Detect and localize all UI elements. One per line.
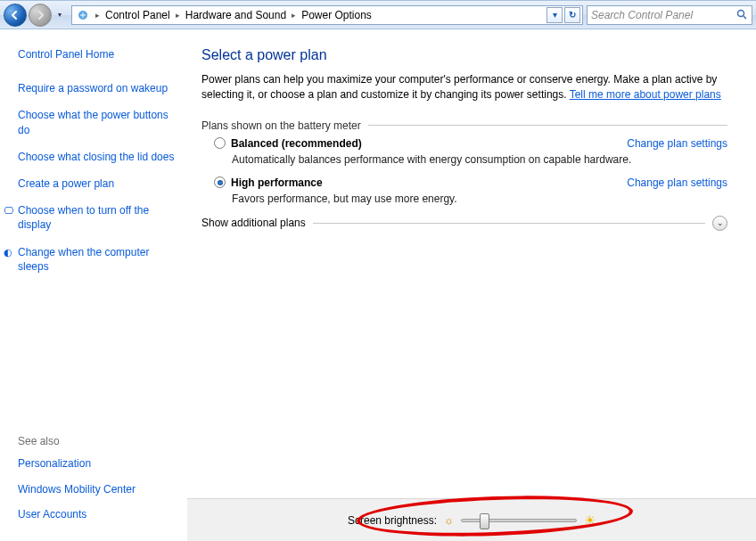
brightness-high-icon: ☀ (584, 512, 596, 529)
brightness-slider[interactable] (461, 519, 577, 522)
bottom-bar: Screen brightness: ☼ ☀ (187, 498, 756, 541)
sidebar-link[interactable]: 🖵 Choose when to turn off the display (18, 203, 177, 232)
plan-description: Automatically balances performance with … (232, 153, 727, 166)
see-also-link[interactable]: Personalization (18, 456, 177, 471)
svg-line-2 (744, 16, 746, 19)
power-plan-option: Balanced (recommended) Change plan setti… (214, 137, 727, 166)
change-plan-settings-link[interactable]: Change plan settings (627, 137, 727, 150)
plan-name: Balanced (recommended) (231, 137, 362, 150)
sidebar: Control Panel Home Require a password on… (0, 29, 187, 541)
forward-button[interactable] (29, 4, 52, 27)
show-additional-plans[interactable]: Show additional plans ⌄ (201, 216, 727, 231)
sidebar-link[interactable]: Choose what the power buttons do (18, 108, 177, 136)
chevron-right-icon: ▸ (290, 11, 298, 20)
slider-thumb[interactable] (480, 513, 489, 529)
back-button[interactable] (4, 4, 27, 27)
chevron-right-icon: ▸ (174, 11, 182, 20)
sidebar-link[interactable]: ◐ Change when the computer sleeps (18, 245, 177, 274)
chevron-right-icon: ▸ (94, 11, 102, 20)
search-input[interactable]: Search Control Panel (587, 5, 752, 25)
search-placeholder: Search Control Panel (591, 9, 693, 21)
chevron-down-icon[interactable]: ⌄ (712, 216, 727, 231)
tell-me-more-link[interactable]: Tell me more about power plans (570, 88, 721, 101)
window: ▾ ▸ Control Panel ▸ Hardware and Sound ▸… (0, 0, 756, 541)
page-title: Select a power plan (201, 47, 727, 63)
navigation-bar: ▾ ▸ Control Panel ▸ Hardware and Sound ▸… (0, 1, 756, 29)
search-icon (736, 9, 748, 20)
power-plan-option: High performance Change plan settings Fa… (214, 176, 727, 205)
location-icon (76, 8, 90, 22)
plans-fieldset-header: Plans shown on the battery meter (201, 119, 727, 132)
radio-button[interactable] (214, 176, 226, 188)
breadcrumb-segment[interactable]: Power Options (298, 6, 375, 24)
plan-name: High performance (231, 176, 323, 189)
control-panel-home-link[interactable]: Control Panel Home (18, 47, 177, 61)
sidebar-link[interactable]: Create a power plan (18, 176, 177, 191)
breadcrumb-segment[interactable]: Hardware and Sound (182, 6, 290, 24)
breadcrumb-segment[interactable]: Control Panel (102, 6, 174, 24)
refresh-button[interactable]: ↻ (564, 7, 580, 23)
change-plan-settings-link[interactable]: Change plan settings (627, 176, 727, 189)
address-dropdown-button[interactable]: ▾ (546, 7, 563, 23)
see-also-link[interactable]: Windows Mobility Center (18, 482, 177, 496)
monitor-icon: 🖵 (4, 204, 13, 217)
brightness-control: Screen brightness: ☼ ☀ (348, 512, 596, 529)
see-also-link[interactable]: User Accounts (18, 507, 177, 521)
content-area: Control Panel Home Require a password on… (0, 29, 756, 541)
sidebar-link[interactable]: Require a password on wakeup (18, 81, 177, 95)
svg-point-1 (738, 11, 744, 17)
sleep-icon: ◐ (4, 246, 12, 259)
plan-description: Favors performance, but may use more ene… (232, 193, 727, 205)
radio-button[interactable] (214, 137, 226, 149)
intro-text: Power plans can help you maximize your c… (201, 72, 727, 103)
sidebar-link[interactable]: Choose what closing the lid does (18, 150, 177, 164)
brightness-low-icon: ☼ (444, 514, 454, 527)
main-panel: Select a power plan Power plans can help… (187, 29, 756, 541)
see-also-header: See also (18, 435, 177, 447)
address-bar[interactable]: ▸ Control Panel ▸ Hardware and Sound ▸ P… (71, 5, 583, 25)
history-dropdown[interactable]: ▾ (53, 4, 66, 27)
brightness-label: Screen brightness: (348, 514, 437, 527)
